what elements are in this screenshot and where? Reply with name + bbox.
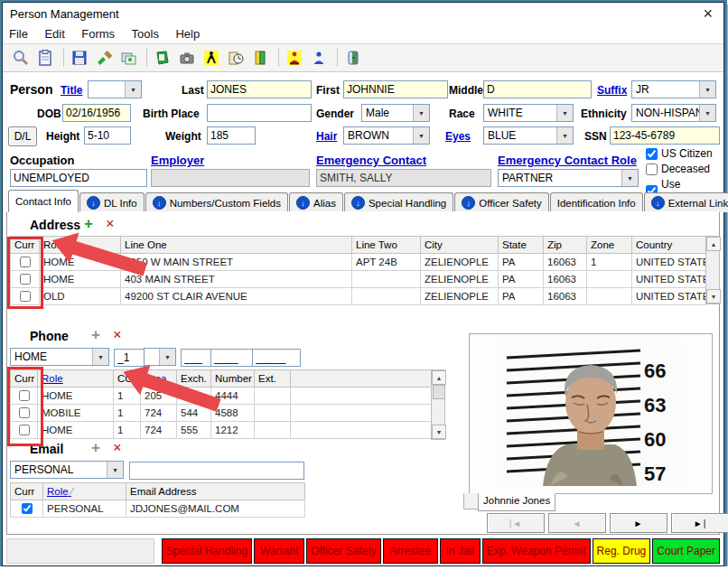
- suffix-select[interactable]: JR ▼: [631, 80, 716, 98]
- add-email-icon[interactable]: +: [91, 439, 100, 457]
- phone-exch-field[interactable]: [210, 349, 254, 367]
- phone-role-select[interactable]: HOME ▼: [10, 348, 109, 366]
- delete-email-icon[interactable]: ×: [113, 439, 122, 457]
- emergency-contact-role-select[interactable]: PARTNER ▼: [498, 169, 639, 187]
- delete-address-icon[interactable]: ×: [106, 215, 115, 233]
- stamp-person-icon[interactable]: [284, 47, 305, 69]
- col-line-one[interactable]: Line One: [121, 237, 352, 254]
- eyes-link[interactable]: Eyes: [445, 130, 471, 143]
- address-book-icon[interactable]: [152, 47, 173, 69]
- chevron-down-icon[interactable]: ▼: [556, 127, 573, 144]
- tab-numbers-custom-fields[interactable]: ↓Numbers/Custom Fields: [145, 192, 288, 212]
- email-role-select[interactable]: PERSONAL ▼: [10, 461, 124, 479]
- notebook-icon[interactable]: [249, 47, 271, 69]
- prev-photo-button[interactable]: ◄: [548, 513, 606, 533]
- chevron-down-icon[interactable]: ▼: [621, 170, 638, 186]
- us-citizen-checkbox[interactable]: US Citizen: [646, 147, 713, 160]
- scroll-down-icon[interactable]: ▼: [432, 425, 446, 439]
- tab-special-handling[interactable]: ↓Special Handling: [344, 192, 453, 212]
- col-role[interactable]: Role ∕: [43, 483, 126, 500]
- curr-checkbox[interactable]: [19, 407, 30, 418]
- race-select[interactable]: WHITE ▼: [483, 104, 574, 122]
- gender-select[interactable]: Male ▼: [361, 104, 430, 122]
- address-row[interactable]: HOME 3950 W MAIN STREET APT 24B ZELIENOP…: [11, 254, 706, 271]
- special-handling-flag[interactable]: Special Handling: [162, 538, 252, 564]
- exp-weapon-permit-flag[interactable]: Exp. Weapon Permit: [482, 538, 591, 564]
- ethnicity-select[interactable]: NON-HISPANIC ▼: [631, 104, 716, 122]
- col-curr[interactable]: Curr: [11, 483, 43, 500]
- birth-place-field[interactable]: [207, 104, 312, 122]
- curr-checkbox[interactable]: [19, 425, 30, 435]
- menu-forms[interactable]: Forms: [75, 24, 121, 43]
- eyes-select[interactable]: BLUE ▼: [483, 126, 574, 145]
- phone-number-field[interactable]: [252, 349, 301, 367]
- scrollbar-thumb[interactable]: [433, 385, 445, 399]
- employer-link[interactable]: Employer: [151, 154, 204, 167]
- curr-checkbox[interactable]: [20, 291, 31, 302]
- scroll-up-icon[interactable]: ▲: [706, 237, 721, 251]
- brush-icon[interactable]: [93, 47, 115, 69]
- col-city[interactable]: City: [421, 237, 499, 254]
- last-photo-button[interactable]: ►|: [671, 513, 728, 533]
- col-ext[interactable]: Ext.: [255, 370, 291, 388]
- ssn-field[interactable]: [610, 126, 720, 145]
- curr-checkbox[interactable]: [20, 274, 31, 285]
- address-scrollbar[interactable]: ▲ ▼: [705, 236, 720, 304]
- col-role[interactable]: Role: [38, 370, 114, 388]
- phone-row[interactable]: HOME 1 724 555 1212: [11, 422, 432, 439]
- col-country[interactable]: Country: [632, 237, 706, 254]
- photo-caption-tab[interactable]: Johnnie Jones: [478, 493, 555, 511]
- add-address-icon[interactable]: +: [84, 215, 93, 233]
- scroll-down-icon[interactable]: ▼: [706, 289, 721, 304]
- tab-contact-info[interactable]: Contact Info: [8, 190, 79, 212]
- menu-help[interactable]: Help: [169, 24, 206, 43]
- clipboard-icon[interactable]: [34, 47, 56, 69]
- chevron-down-icon[interactable]: ▼: [556, 105, 573, 121]
- title-link[interactable]: Title: [61, 84, 82, 97]
- phone-cc-field[interactable]: [114, 349, 146, 367]
- menu-tools[interactable]: Tools: [126, 24, 165, 43]
- first-photo-button[interactable]: |◄: [487, 513, 545, 533]
- phone-type-select[interactable]: ▼: [144, 348, 176, 366]
- emergency-contact-role-link[interactable]: Emergency Contact Role: [498, 154, 637, 167]
- phone-row[interactable]: HOME 1 205 444 4444: [11, 388, 432, 405]
- close-icon[interactable]: ×: [703, 5, 713, 23]
- reg-drug-flag[interactable]: Reg. Drug: [593, 538, 651, 564]
- menu-file[interactable]: File: [3, 24, 34, 43]
- delete-phone-icon[interactable]: ×: [113, 326, 122, 344]
- first-name-field[interactable]: [343, 80, 448, 98]
- col-area[interactable]: Area: [141, 370, 177, 388]
- scroll-up-icon[interactable]: ▲: [432, 370, 446, 385]
- us-citizen-box[interactable]: [646, 148, 658, 160]
- height-field[interactable]: [84, 126, 131, 145]
- next-photo-button[interactable]: ►: [610, 513, 667, 533]
- emergency-contact-field[interactable]: [316, 169, 491, 187]
- phone-row[interactable]: MOBILE 1 724 544 4588: [11, 405, 432, 422]
- dl-button[interactable]: D/L: [8, 126, 37, 146]
- camera-icon[interactable]: [176, 47, 198, 69]
- tab-dl-info[interactable]: ↓DL Info: [79, 192, 145, 212]
- col-zone[interactable]: Zone: [587, 237, 632, 254]
- tab-external-links[interactable]: ↓External Links: [644, 192, 728, 212]
- middle-name-field[interactable]: [483, 80, 592, 98]
- in-jail-flag[interactable]: In Jail: [440, 538, 481, 564]
- col-curr[interactable]: Curr: [11, 370, 38, 388]
- arrestee-flag[interactable]: Arrestee: [383, 538, 438, 564]
- tab-identification-info[interactable]: Identification Info: [550, 192, 643, 212]
- address-row[interactable]: OLD 49200 ST CLAIR AVENUE ZELIENOPLE PA …: [11, 288, 706, 305]
- pedestrian-icon[interactable]: [201, 47, 222, 69]
- col-state[interactable]: State: [499, 237, 544, 254]
- pictures-icon[interactable]: [117, 47, 139, 69]
- tab-alias[interactable]: ↓Alias: [289, 192, 343, 212]
- deceased-box[interactable]: [646, 164, 658, 175]
- title-select[interactable]: ▼: [88, 80, 142, 98]
- curr-checkbox[interactable]: [19, 390, 30, 401]
- col-exch[interactable]: Exch.: [177, 370, 211, 388]
- exit-door-icon[interactable]: [342, 47, 364, 69]
- col-role[interactable]: Role: [40, 237, 121, 254]
- save-icon[interactable]: [69, 47, 90, 69]
- col-line-two[interactable]: Line Two: [352, 237, 421, 254]
- email-row[interactable]: PERSONAL JDJONES@MAIL.COM: [11, 500, 305, 518]
- phone-area-field[interactable]: [181, 349, 213, 367]
- curr-checkbox[interactable]: [20, 257, 31, 267]
